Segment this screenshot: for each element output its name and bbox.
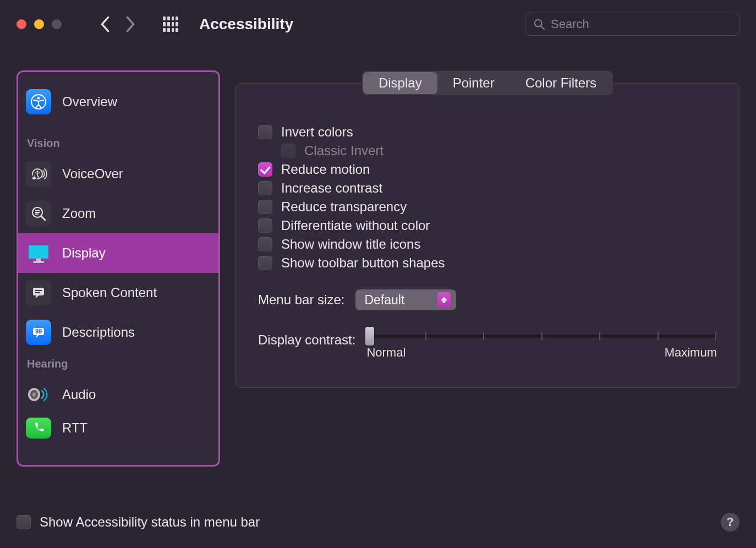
sidebar-item-label: Zoom <box>62 206 96 221</box>
help-button[interactable]: ? <box>721 513 739 531</box>
sidebar-section-vision: Vision <box>21 131 215 154</box>
slider-min-label: Normal <box>366 346 406 360</box>
svg-rect-12 <box>29 245 48 259</box>
checkbox-label: Show window title icons <box>281 237 420 252</box>
checkbox-label: Invert colors <box>281 124 353 140</box>
sidebar: Overview Vision VoiceOver Zoom Displa <box>17 70 220 467</box>
row-show-toolbar-button-shapes[interactable]: Show toolbar button shapes <box>258 255 717 271</box>
checkbox-label: Show toolbar button shapes <box>281 255 445 271</box>
checkbox-show-status-menubar[interactable] <box>17 515 31 529</box>
checkbox-label: Differentiate without color <box>281 218 430 233</box>
sidebar-item-label: Display <box>62 245 106 261</box>
checkbox-show-window-title-icons[interactable] <box>258 237 272 251</box>
sidebar-item-spoken-content[interactable]: Spoken Content <box>21 273 215 313</box>
sidebar-item-label: Audio <box>62 387 96 402</box>
window-controls <box>17 19 62 29</box>
svg-rect-15 <box>33 288 44 295</box>
checkbox-show-toolbar-button-shapes[interactable] <box>258 256 272 270</box>
checkbox-invert-colors[interactable] <box>258 125 272 139</box>
display-icon <box>26 240 51 266</box>
checkbox-label: Increase contrast <box>281 180 382 196</box>
svg-point-5 <box>36 171 39 173</box>
back-button[interactable] <box>96 13 114 35</box>
checkbox-label: Reduce motion <box>281 162 370 177</box>
spoken-content-icon <box>26 280 51 305</box>
row-display-contrast: Display contrast: Normal Maximum <box>258 332 717 360</box>
row-reduce-transparency[interactable]: Reduce transparency <box>258 199 717 215</box>
slider-max-label: Maximum <box>665 346 717 360</box>
titlebar: Accessibility Search <box>0 0 756 48</box>
row-differentiate-without-color[interactable]: Differentiate without color <box>258 218 717 233</box>
footer-checkbox-label: Show Accessibility status in menu bar <box>40 514 260 530</box>
tab-pointer[interactable]: Pointer <box>437 72 510 94</box>
sidebar-item-voiceover[interactable]: VoiceOver <box>21 154 215 194</box>
row-reduce-motion[interactable]: Reduce motion <box>258 162 717 177</box>
checkbox-reduce-motion[interactable] <box>258 162 272 177</box>
row-classic-invert: Classic Invert <box>281 143 717 158</box>
descriptions-icon: 99 <box>26 320 51 345</box>
sidebar-item-label: Spoken Content <box>62 285 157 300</box>
svg-line-1 <box>541 26 544 29</box>
svg-rect-17 <box>35 292 40 293</box>
row-increase-contrast[interactable]: Increase contrast <box>258 180 717 196</box>
accessibility-icon <box>26 89 51 114</box>
svg-rect-14 <box>33 261 44 263</box>
sidebar-item-label: RTT <box>62 420 87 436</box>
rtt-icon <box>26 418 51 439</box>
sidebar-item-label: VoiceOver <box>62 166 123 182</box>
sidebar-item-audio[interactable]: Audio <box>21 375 215 414</box>
content-pane: Display Pointer Color Filters Invert col… <box>235 70 739 467</box>
checkbox-label: Classic Invert <box>304 143 384 158</box>
sidebar-item-label: Descriptions <box>62 325 135 340</box>
forward-button <box>121 13 140 35</box>
sidebar-item-display[interactable]: Display <box>18 233 218 273</box>
zoom-window-button <box>52 19 62 29</box>
zoom-icon <box>26 201 51 226</box>
sidebar-item-descriptions[interactable]: 99 Descriptions <box>21 313 215 352</box>
checkbox-classic-invert <box>281 144 295 158</box>
sidebar-item-zoom[interactable]: Zoom <box>21 194 215 233</box>
slider-thumb[interactable] <box>365 327 374 346</box>
close-window-button[interactable] <box>17 19 26 29</box>
updown-icon <box>437 292 451 308</box>
checkbox-increase-contrast[interactable] <box>258 181 272 195</box>
display-contrast-label: Display contrast: <box>258 332 355 348</box>
svg-rect-13 <box>36 259 41 261</box>
audio-icon <box>26 382 51 407</box>
svg-rect-16 <box>35 290 42 291</box>
footer: Show Accessibility status in menu bar ? <box>17 513 739 531</box>
row-menu-bar-size: Menu bar size: Default <box>258 289 717 310</box>
display-settings-group: Invert colors Classic Invert Reduce moti… <box>235 83 739 388</box>
sidebar-section-hearing: Hearing <box>21 352 215 375</box>
sidebar-item-rtt[interactable]: RTT <box>21 414 215 442</box>
menu-bar-size-value: Default <box>364 293 404 308</box>
tab-color-filters[interactable]: Color Filters <box>510 72 612 94</box>
tab-display[interactable]: Display <box>363 72 437 94</box>
checkbox-label: Reduce transparency <box>281 199 407 215</box>
row-invert-colors[interactable]: Invert colors <box>258 124 717 140</box>
window-title: Accessibility <box>199 15 293 33</box>
checkbox-differentiate-without-color[interactable] <box>258 218 272 233</box>
voiceover-icon <box>26 161 51 187</box>
svg-point-3 <box>37 97 40 100</box>
slider-ticks <box>366 332 717 340</box>
sidebar-item-overview[interactable]: Overview <box>21 82 215 122</box>
search-placeholder: Search <box>551 17 589 31</box>
minimize-window-button[interactable] <box>34 19 44 29</box>
display-contrast-slider[interactable] <box>366 335 717 338</box>
search-icon <box>533 18 545 30</box>
svg-text:99: 99 <box>35 328 42 335</box>
svg-point-22 <box>32 392 36 397</box>
row-show-window-title-icons[interactable]: Show window title icons <box>258 237 717 252</box>
sidebar-item-label: Overview <box>62 94 117 109</box>
menu-bar-size-popup[interactable]: Default <box>355 289 456 310</box>
tab-bar: Display Pointer Color Filters <box>361 70 613 96</box>
checkbox-reduce-transparency[interactable] <box>258 200 272 214</box>
show-all-preferences-button[interactable] <box>163 17 178 32</box>
menu-bar-size-label: Menu bar size: <box>258 292 344 308</box>
svg-line-8 <box>41 216 45 220</box>
search-field[interactable]: Search <box>525 13 739 36</box>
